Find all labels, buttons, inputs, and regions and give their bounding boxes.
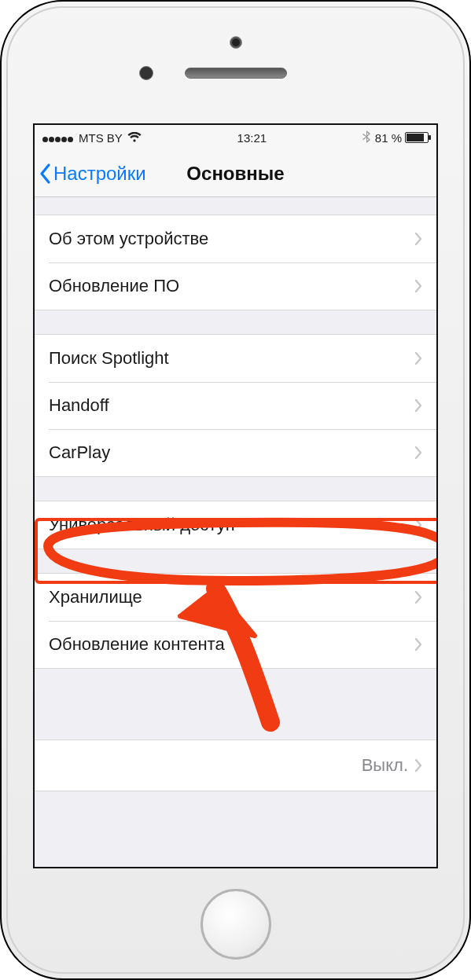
status-bar: MTS BY 13:21 81 % (35, 125, 436, 150)
battery-percent-label: 81 % (375, 131, 402, 145)
chevron-right-icon (414, 232, 422, 246)
clock-label: 13:21 (237, 131, 267, 145)
chevron-right-icon (414, 518, 422, 532)
chevron-right-icon (414, 398, 422, 413)
chevron-right-icon (414, 758, 422, 773)
battery-icon (405, 132, 429, 143)
back-button[interactable]: Настройки (39, 150, 146, 196)
row-label: Универсальный доступ (49, 515, 235, 535)
row-about[interactable]: Об этом устройстве (35, 215, 436, 262)
wifi-icon (127, 132, 142, 143)
chevron-right-icon (414, 590, 422, 604)
row-value: Выкл. (362, 755, 408, 776)
row-storage[interactable]: Хранилище (35, 574, 436, 621)
chevron-right-icon (414, 279, 422, 293)
signal-dots-icon (42, 131, 74, 145)
screen: MTS BY 13:21 81 % (33, 123, 438, 868)
settings-list[interactable]: Об этом устройстве Обновление ПО Поиск S… (35, 197, 436, 867)
row-label: Обновление ПО (49, 276, 179, 296)
row-label: Поиск Spotlight (49, 348, 169, 369)
back-label: Настройки (53, 163, 146, 185)
chevron-right-icon (414, 351, 422, 365)
home-button[interactable] (201, 889, 271, 960)
row-spotlight[interactable]: Поиск Spotlight (35, 335, 436, 382)
settings-group: Поиск Spotlight Handoff CarPlay (35, 334, 436, 477)
row-label: CarPlay (49, 442, 110, 463)
settings-group: Об этом устройстве Обновление ПО (35, 215, 436, 310)
earpiece (185, 68, 287, 79)
settings-group: Выкл. (35, 740, 436, 791)
row-label: Обновление контента (49, 634, 225, 655)
row-label: Handoff (49, 395, 109, 416)
bluetooth-icon (362, 130, 370, 145)
battery-indicator: 81 % (375, 131, 429, 145)
chevron-right-icon (414, 446, 422, 460)
chevron-right-icon (414, 637, 422, 651)
settings-group: Универсальный доступ (35, 501, 436, 549)
row-label: Об этом устройстве (49, 229, 208, 249)
row-accessibility[interactable]: Универсальный доступ (35, 501, 436, 549)
nav-bar: Настройки Основные (35, 150, 436, 197)
page-title: Основные (186, 163, 284, 185)
row-background-refresh[interactable]: Обновление контента (35, 621, 436, 668)
row-software-update[interactable]: Обновление ПО (35, 262, 436, 310)
row-label: Хранилище (49, 587, 142, 607)
row-carplay[interactable]: CarPlay (35, 429, 436, 476)
phone-frame: MTS BY 13:21 81 % (0, 0, 471, 980)
front-camera (230, 36, 242, 49)
carrier-label: MTS BY (79, 131, 123, 145)
settings-group: Хранилище Обновление контента (35, 573, 436, 669)
chevron-left-icon (39, 163, 52, 185)
proximity-sensor (139, 66, 153, 80)
row-unknown[interactable]: Выкл. (35, 740, 436, 791)
row-handoff[interactable]: Handoff (35, 382, 436, 429)
